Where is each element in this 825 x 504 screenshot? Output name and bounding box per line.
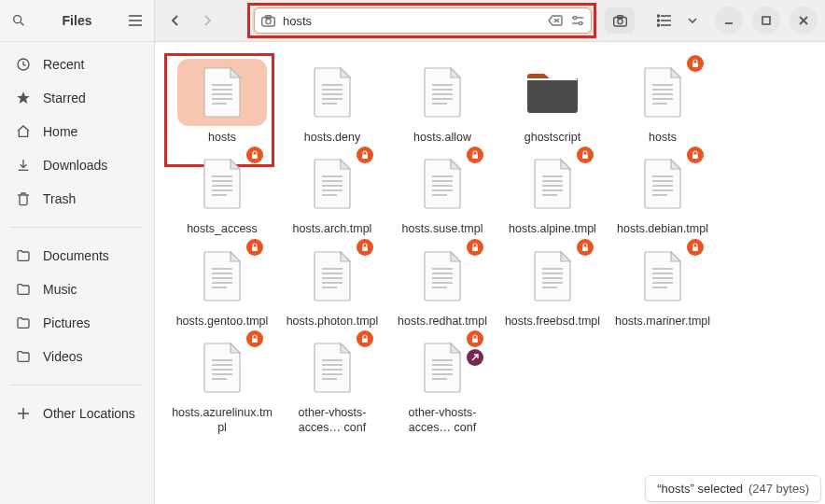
file-thumb bbox=[287, 243, 377, 310]
svg-rect-66 bbox=[362, 155, 368, 160]
star-icon bbox=[15, 90, 32, 106]
file-tile[interactable]: hosts.redhat.tmpl bbox=[392, 243, 493, 329]
file-thumb bbox=[618, 59, 707, 126]
file-tile[interactable]: hosts.suse.tmpl bbox=[392, 150, 493, 236]
svg-line-133 bbox=[472, 355, 478, 360]
search-input[interactable] bbox=[283, 14, 540, 28]
file-thumb bbox=[177, 243, 267, 310]
file-thumb bbox=[508, 59, 597, 126]
close-button[interactable] bbox=[790, 7, 818, 35]
sidebar-item-music[interactable]: Music bbox=[0, 273, 154, 306]
file-tile[interactable]: hosts.azurelinux.tmpl bbox=[172, 334, 273, 436]
file-tile[interactable]: hosts.arch.tmpl bbox=[282, 150, 383, 236]
sidebar-item-label: Other Locations bbox=[43, 406, 135, 421]
file-label: hosts.deny bbox=[304, 130, 360, 145]
svg-rect-114 bbox=[692, 246, 698, 251]
file-tile[interactable]: hosts.deny bbox=[282, 59, 383, 145]
file-tile[interactable]: hosts.freebsd.tmpl bbox=[502, 243, 603, 329]
lock-icon bbox=[467, 330, 483, 347]
file-label: hosts bbox=[208, 130, 236, 145]
sidebar-item-pictures[interactable]: Pictures bbox=[0, 306, 154, 340]
view-list-button[interactable] bbox=[650, 7, 679, 34]
svg-point-15 bbox=[573, 16, 576, 19]
svg-rect-54 bbox=[692, 63, 698, 68]
file-thumb bbox=[287, 334, 377, 401]
file-tile[interactable]: other-vhosts-acces… conf bbox=[282, 334, 383, 436]
sidebar-item-videos[interactable]: Videos bbox=[0, 340, 154, 373]
file-thumb bbox=[177, 150, 267, 217]
search-options-icon[interactable] bbox=[570, 13, 585, 28]
file-thumb bbox=[287, 150, 377, 217]
menu-icon[interactable] bbox=[126, 11, 145, 30]
sidebar-item-home[interactable]: Home bbox=[0, 115, 154, 148]
file-label: hosts.redhat.tmpl bbox=[398, 314, 487, 329]
sidebar-item-label: Recent bbox=[43, 57, 84, 72]
sidebar-item-starred[interactable]: Starred bbox=[0, 81, 154, 115]
sidebar-item-trash[interactable]: Trash bbox=[0, 182, 154, 216]
file-label: hosts.mariner.tmpl bbox=[615, 314, 710, 329]
file-thumb bbox=[398, 243, 487, 310]
svg-point-22 bbox=[617, 19, 622, 23]
lock-icon bbox=[246, 330, 263, 347]
svg-rect-31 bbox=[762, 17, 770, 24]
search-icon[interactable] bbox=[9, 11, 28, 30]
sidebar-item-recent[interactable]: Recent bbox=[0, 48, 154, 81]
file-label: hosts bbox=[649, 130, 677, 145]
svg-rect-72 bbox=[472, 155, 478, 160]
file-thumb bbox=[618, 150, 707, 217]
lock-icon bbox=[577, 239, 594, 256]
file-label: other-vhosts-acces… conf bbox=[282, 405, 383, 436]
file-tile[interactable]: hosts bbox=[612, 59, 713, 145]
folder-icon bbox=[15, 247, 32, 264]
sidebar-item-label: Videos bbox=[43, 349, 83, 364]
svg-rect-90 bbox=[252, 246, 258, 251]
file-tile[interactable]: hosts bbox=[172, 59, 273, 145]
file-tile[interactable]: hosts.alpine.tmpl bbox=[502, 150, 603, 236]
lock-icon bbox=[246, 147, 263, 163]
sidebar-item-downloads[interactable]: Downloads bbox=[0, 148, 154, 182]
forward-button[interactable] bbox=[194, 7, 220, 34]
svg-marker-6 bbox=[17, 91, 29, 104]
sidebar-item-other-locations[interactable]: Other Locations bbox=[0, 397, 154, 430]
svg-rect-126 bbox=[362, 338, 368, 343]
svg-point-27 bbox=[658, 15, 660, 17]
camera-icon bbox=[260, 13, 275, 28]
file-thumb bbox=[177, 334, 267, 401]
clear-icon[interactable] bbox=[548, 13, 563, 28]
svg-point-28 bbox=[658, 20, 660, 21]
home-icon bbox=[15, 123, 32, 140]
file-tile[interactable]: hosts.photon.tmpl bbox=[282, 243, 383, 329]
sidebar-item-documents[interactable]: Documents bbox=[0, 239, 154, 273]
file-thumb bbox=[508, 150, 597, 217]
sidebar-item-label: Documents bbox=[43, 248, 109, 263]
file-tile[interactable]: hosts.allow bbox=[392, 59, 493, 145]
symlink-icon bbox=[467, 349, 483, 366]
svg-point-0 bbox=[14, 16, 21, 23]
file-tile[interactable]: hosts_access bbox=[172, 150, 273, 236]
status-text: “hosts” selected bbox=[657, 482, 743, 496]
view-dropdown-button[interactable] bbox=[685, 7, 700, 34]
file-thumb bbox=[508, 243, 597, 310]
file-label: hosts.gentoo.tmpl bbox=[176, 314, 269, 329]
minimize-button[interactable] bbox=[715, 7, 743, 35]
svg-rect-132 bbox=[472, 338, 478, 343]
file-label: hosts.azurelinux.tmpl bbox=[172, 405, 273, 436]
file-label: hosts.arch.tmpl bbox=[293, 221, 372, 236]
file-tile[interactable]: hosts.mariner.tmpl bbox=[612, 243, 713, 329]
file-tile[interactable]: hosts.gentoo.tmpl bbox=[172, 243, 273, 329]
svg-rect-84 bbox=[692, 155, 698, 160]
file-tile[interactable]: hosts.debian.tmpl bbox=[612, 150, 713, 236]
search-bar[interactable] bbox=[254, 7, 592, 34]
search-toggle-button[interactable] bbox=[605, 7, 635, 34]
file-tile[interactable]: other-vhosts-acces… conf bbox=[392, 334, 493, 436]
file-label: ghostscript bbox=[524, 130, 580, 145]
svg-rect-102 bbox=[472, 246, 478, 251]
file-tile[interactable]: ghostscript bbox=[502, 59, 603, 145]
status-bar: “hosts” selected (247 bytes) bbox=[645, 475, 821, 502]
maximize-button[interactable] bbox=[752, 7, 780, 35]
back-button[interactable] bbox=[162, 7, 189, 34]
sidebar-list: RecentStarredHomeDownloadsTrash bbox=[0, 42, 154, 221]
sidebar-item-label: Pictures bbox=[43, 315, 91, 330]
file-label: hosts.photon.tmpl bbox=[287, 314, 379, 329]
separator bbox=[11, 227, 143, 228]
